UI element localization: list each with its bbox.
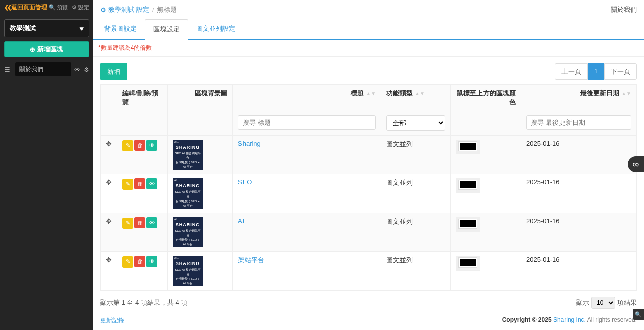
sort-icon: ▲▼ [366,92,376,95]
col-hover[interactable]: 鼠標至上方的區塊顏色 [451,85,521,111]
eye-icon[interactable]: 👁 [74,66,80,73]
color-swatch[interactable] [456,217,480,232]
breadcrumb-sep: / [152,6,154,14]
col-bg[interactable]: 區塊背景圖 [168,85,233,111]
table-row: ✥✎🗑👁AI ...SHARINGSEO AI 整合網站平台台灣最愛 { SEO… [101,213,637,252]
row-func: 圖文並列 [386,256,413,264]
delete-button[interactable]: 🗑 [134,178,145,189]
edit-button[interactable]: ✎ [122,179,133,190]
length-pre: 顯示 [576,298,589,307]
search-icon: 🔍 [49,4,56,11]
preview-button[interactable]: 👁 [146,178,157,189]
move-handle[interactable]: ✥ [106,140,112,148]
edit-button[interactable]: ✎ [122,256,133,268]
preview-link[interactable]: 🔍 預覽 [49,4,68,11]
chevron-down-icon: ▾ [80,25,84,32]
search-func-select[interactable]: 全部 [386,115,445,131]
breadcrumb-page-label: 教學測試 設定 [108,5,149,14]
row-title-link[interactable]: AI [238,217,244,225]
add-block-button[interactable]: ⊕ 新增區塊 [4,41,89,57]
tab-block[interactable]: 區塊設定 [145,19,188,40]
table-row: ✥✎🗑👁AI ...SHARINGSEO AI 整合網站平台台灣最愛 { SEO… [101,252,637,291]
blocks-table: 編輯/刪除/預覽 區塊背景圖 標題▲▼ 功能類型▲▼ 鼠標至上方的區塊顏色 最後… [100,84,637,291]
sidebar-item[interactable]: 關於我們 [15,62,71,76]
table-info: 顯示第 1 至 4 項結果，共 4 項 [100,298,187,307]
sidebar-item-label: 關於我們 [19,65,43,73]
pager: 上一頁 1 下一頁 [555,63,637,80]
row-date: 2025-01-16 [526,178,560,186]
settings-label: 設定 [78,4,89,11]
preview-label: 預覽 [57,4,68,11]
table-row: ✥✎🗑👁AI ...SHARINGSEO AI 整合網站平台台灣最愛 { SEO… [101,136,637,174]
move-handle[interactable]: ✥ [106,217,112,225]
sort-icon: ▲▼ [621,92,631,95]
color-swatch[interactable] [456,178,480,193]
col-date[interactable]: 最後更新日期▲▼ [521,85,637,111]
page-select[interactable]: 教學測試 ▾ [4,19,89,37]
col-move [101,85,117,111]
chevron-left-icon: ❮❮ [4,4,10,11]
brand-link[interactable]: Sharing Inc. [553,316,586,323]
copyright: Copyright © 2025 Sharing Inc. All rights… [502,316,637,325]
color-swatch[interactable] [456,140,480,154]
row-date: 2025-01-16 [526,140,560,147]
row-date: 2025-01-16 [526,256,560,263]
add-block-label: 新增區塊 [37,45,63,54]
delete-button[interactable]: 🗑 [134,140,145,151]
settings-link[interactable]: ⚙ 設定 [72,4,89,11]
row-func: 圖文並列 [386,140,413,148]
gear-icon[interactable]: ⚙ [84,66,89,73]
delete-button[interactable]: 🗑 [134,256,145,267]
sort-icon: ▲▼ [415,92,425,95]
infinity-bubble[interactable]: ∞ [628,156,644,172]
thumbnail: AI ...SHARINGSEO AI 整合網站平台台灣最愛 { SEO + A… [173,178,203,209]
search-bubble[interactable]: 🔍 [633,309,644,320]
move-handle[interactable]: ✥ [106,178,112,186]
pager-next[interactable]: 下一頁 [604,63,637,80]
row-date: 2025-01-16 [526,217,560,225]
col-edit[interactable]: 編輯/刪除/預覽 [117,85,168,111]
row-func: 圖文並列 [386,179,413,186]
row-title-link[interactable]: SEO [238,178,252,186]
col-func[interactable]: 功能類型▲▼ [381,85,451,111]
delete-button[interactable]: 🗑 [134,217,145,228]
gear-icon: ⚙ [100,6,106,14]
hamburger-icon[interactable]: ☰ [4,65,12,73]
back-label: 返回頁面管理 [11,3,47,12]
search-date-input[interactable] [526,115,631,130]
gear-icon: ⚙ [72,4,77,11]
changelog-link[interactable]: 更新記錄 [100,316,124,325]
edit-button[interactable]: ✎ [122,140,133,151]
search-title-input[interactable] [238,115,376,130]
about-link[interactable]: 關於我們 [611,5,637,14]
new-button[interactable]: 新增 [100,63,127,80]
length-select[interactable]: 10 [591,297,615,309]
breadcrumb-page[interactable]: ⚙ 教學測試 設定 [100,5,149,14]
tab-bg[interactable]: 背景圖設定 [96,19,145,39]
page-select-label: 教學測試 [10,24,36,33]
length-post: 項結果 [617,298,637,307]
hint-text: *數量建議為4的倍數 [93,40,644,57]
pager-page-1[interactable]: 1 [588,63,604,80]
breadcrumb-current: 無標題 [157,5,177,14]
row-title-link[interactable]: Sharing [238,140,261,147]
move-handle[interactable]: ✥ [106,256,112,264]
thumbnail: AI ...SHARINGSEO AI 整合網站平台台灣最愛 { SEO + A… [173,217,203,247]
plus-icon: ⊕ [30,46,35,53]
row-title-link[interactable]: 架站平台 [238,256,264,264]
table-row: ✥✎🗑👁AI ...SHARINGSEO AI 整合網站平台台灣最愛 { SEO… [101,174,637,213]
col-title[interactable]: 標題▲▼ [233,85,381,111]
pager-prev[interactable]: 上一頁 [555,63,588,80]
tab-imgtext[interactable]: 圖文並列設定 [188,19,244,39]
row-func: 圖文並列 [386,218,413,225]
thumbnail: AI ...SHARINGSEO AI 整合網站平台台灣最愛 { SEO + A… [173,256,203,286]
back-link[interactable]: ❮❮ 返回頁面管理 [4,3,47,12]
preview-button[interactable]: 👁 [146,217,157,228]
preview-button[interactable]: 👁 [146,140,157,151]
color-swatch[interactable] [456,256,480,271]
preview-button[interactable]: 👁 [146,256,157,267]
thumbnail: AI ...SHARINGSEO AI 整合網站平台台灣最愛 { SEO + A… [173,140,203,170]
edit-button[interactable]: ✎ [122,218,133,229]
